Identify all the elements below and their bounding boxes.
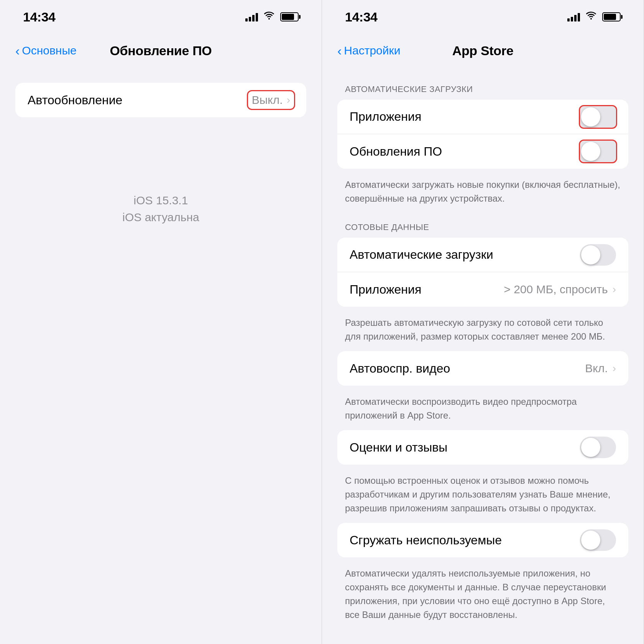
ratings-toggle[interactable] (580, 437, 616, 458)
ratings-group: Оценки и отзывы (337, 430, 628, 465)
content-right: АВТОМАТИЧЕСКИЕ ЗАГРУЗКИ Приложения Обнов… (322, 67, 644, 644)
autoupdate-value-text: Выкл. (252, 94, 283, 107)
auto-downloads-section: АВТОМАТИЧЕСКИЕ ЗАГРУЗКИ Приложения Обнов… (322, 75, 644, 213)
right-phone-panel: 14:34 ‹ Настройки App Store АВТ (322, 0, 644, 644)
back-label-left: Основные (22, 44, 76, 57)
autoplay-chevron: › (613, 362, 616, 375)
updates-toggle-knob (581, 142, 600, 161)
wifi-icon-right (585, 11, 597, 23)
autoupdate-value-highlight[interactable]: Выкл. › (248, 91, 294, 109)
updates-label: Обновления ПО (350, 145, 442, 159)
apps-toggle[interactable] (580, 106, 616, 128)
nav-bar-right: ‹ Настройки App Store (322, 34, 644, 67)
offload-toggle[interactable] (580, 529, 616, 551)
apps-label: Приложения (350, 110, 421, 124)
apps-toggle-knob (581, 107, 600, 127)
cellular-apps-label: Приложения (350, 283, 421, 297)
back-button-right[interactable]: ‹ Настройки (337, 43, 400, 58)
updates-toggle[interactable] (580, 141, 616, 162)
autoplay-label: Автовоспр. видео (350, 361, 450, 376)
cellular-description: Разрешать автоматическую загрузку по сот… (322, 310, 644, 351)
autoupdate-row[interactable]: Автообновление Выкл. › (15, 83, 306, 117)
cellular-apps-row[interactable]: Приложения > 200 МБ, спросить › (337, 272, 628, 307)
autoplay-value-text: Вкл. (585, 362, 608, 375)
autoupdate-label: Автообновление (28, 93, 122, 107)
cellular-apps-chevron: › (613, 283, 616, 296)
back-button-left[interactable]: ‹ Основные (15, 43, 77, 58)
autoupdate-group: Автообновление Выкл. › (15, 83, 306, 117)
cellular-apps-value-text: > 200 МБ, спросить (504, 283, 608, 296)
nav-bar-left: ‹ Основные Обновление ПО (0, 34, 322, 67)
apps-row[interactable]: Приложения (337, 100, 628, 134)
page-title-left: Обновление ПО (110, 43, 212, 58)
autoplay-row[interactable]: Автовоспр. видео Вкл. › (337, 351, 628, 386)
cellular-section: СОТОВЫЕ ДАННЫЕ Автоматические загрузки П… (322, 213, 644, 351)
ratings-knob (581, 438, 600, 457)
offload-group: Сгружать неиспользуемые (337, 523, 628, 557)
ratings-label: Оценки и отзывы (350, 440, 447, 455)
offload-row[interactable]: Сгружать неиспользуемые (337, 523, 628, 557)
signal-icon-right (567, 12, 580, 21)
status-time-right: 14:34 (345, 10, 377, 25)
back-label-right: Настройки (344, 44, 400, 57)
ratings-description: С помощью встроенных оценок и отзывов мо… (322, 468, 644, 523)
offload-description: Автоматически удалять неиспользуемые при… (322, 561, 644, 629)
autoplay-description: Автоматически воспроизводить видео предп… (322, 389, 644, 430)
page-title-right: App Store (452, 43, 514, 58)
ratings-row[interactable]: Оценки и отзывы (337, 430, 628, 465)
cellular-apps-value: > 200 МБ, спросить › (504, 283, 616, 296)
cellular-downloads-toggle[interactable] (580, 244, 616, 266)
content-left: Автообновление Выкл. › iOS 15.3.1 iOS ак… (0, 67, 322, 644)
wifi-icon-left (263, 11, 275, 23)
auto-downloads-header: АВТОМАТИЧЕСКИЕ ЗАГРУЗКИ (322, 75, 644, 100)
cellular-downloads-knob (581, 245, 600, 264)
offload-label: Сгружать неиспользуемые (350, 533, 502, 547)
cellular-downloads-row[interactable]: Автоматические загрузки (337, 238, 628, 272)
status-bar-right: 14:34 (322, 0, 644, 34)
status-icons-left (245, 11, 299, 23)
status-time-left: 14:34 (23, 10, 55, 25)
version-info: iOS 15.3.1 iOS актуальна (0, 194, 322, 224)
offload-knob (581, 531, 600, 550)
back-chevron-right: ‹ (337, 43, 342, 58)
autoplay-group: Автовоспр. видео Вкл. › (337, 351, 628, 386)
cellular-header: СОТОВЫЕ ДАННЫЕ (322, 213, 644, 238)
cellular-downloads-label: Автоматические загрузки (350, 248, 493, 262)
status-bar-left: 14:34 (0, 0, 322, 34)
autoplay-value: Вкл. › (585, 362, 616, 375)
auto-downloads-description: Автоматически загружать новые покупки (в… (322, 172, 644, 213)
status-icons-right (567, 11, 621, 23)
left-phone-panel: 14:34 ‹ Основные Обновление ПО (0, 0, 322, 644)
battery-icon-left (280, 12, 299, 21)
battery-icon-right (602, 12, 621, 21)
ios-status: iOS актуальна (122, 211, 199, 224)
back-chevron-left: ‹ (15, 43, 20, 58)
updates-row[interactable]: Обновления ПО (337, 134, 628, 169)
autoupdate-chevron: › (287, 94, 290, 106)
signal-icon-left (245, 12, 258, 21)
auto-downloads-group: Приложения Обновления ПО (337, 100, 628, 169)
ios-version: iOS 15.3.1 (134, 194, 188, 207)
cellular-group: Автоматические загрузки Приложения > 200… (337, 238, 628, 307)
